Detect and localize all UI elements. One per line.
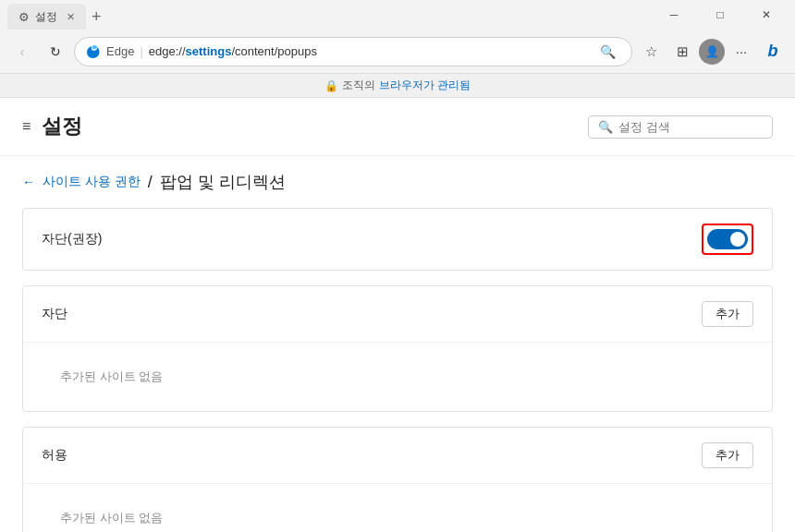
settings-header: ≡ 설정 🔍 [0,98,795,156]
allow-add-button[interactable]: 추가 [702,442,753,468]
block-header-label: 자단 [42,306,702,322]
toolbar-icons: ☆ ⊞ 👤 ··· b [636,37,788,66]
title-bar: ⚙ 설정 ✕ + ─ □ ✕ [0,0,795,30]
block-empty-row: 추가된 사이트 없음 [23,343,772,411]
block-empty-text: 추가된 사이트 없음 [42,357,753,396]
window-controls: ─ □ ✕ [653,0,788,30]
breadcrumb-back-arrow[interactable]: ← [22,175,35,189]
allow-empty-text: 추가된 사이트 없음 [42,499,753,532]
block-recommended-row: 자단(권장) [23,209,772,270]
favorites-button[interactable]: ☆ [636,37,666,66]
toggle-wrapper [702,224,753,255]
managed-link[interactable]: 브라우저가 관리됨 [379,78,471,93]
toggle-track [707,229,748,249]
settings-page: ≡ 설정 🔍 ← 사이트 사용 권한 / 팝업 및 리디렉션 자단(권장) [0,98,795,532]
block-recommended-card: 자단(권장) [22,208,773,271]
block-card: 자단 추가 추가된 사이트 없음 [22,285,773,412]
managed-lock-icon: 🔒 [324,79,338,92]
breadcrumb-current: 팝업 및 리디렉션 [160,171,286,193]
copilot-button[interactable]: b [758,37,788,66]
collections-button[interactable]: ⊞ [667,37,697,66]
block-recommended-label: 자단(권장) [42,231,702,248]
managed-text: 조직의 [342,78,375,93]
close-button[interactable]: ✕ [745,0,788,30]
main-content: ≡ 설정 🔍 ← 사이트 사용 권한 / 팝업 및 리디렉션 자단(권장) [0,98,795,532]
address-edge-text: Edge [106,44,134,58]
address-bar-row: ‹ ↻ Edge | edge://settings/content/popup… [0,30,795,74]
breadcrumb-parent[interactable]: 사이트 사용 권한 [43,174,141,190]
settings-search-icon: 🔍 [598,120,613,134]
minimize-button[interactable]: ─ [653,0,695,30]
active-tab[interactable]: ⚙ 설정 ✕ [7,4,86,30]
edge-logo-icon [86,44,101,59]
allow-empty-row: 추가된 사이트 없음 [23,484,772,532]
content-area: 자단(권장) 자단 추가 추가된 [0,200,795,532]
settings-search-box[interactable]: 🔍 [588,115,773,139]
address-url: edge://settings/content/popups [149,44,589,58]
block-recommended-toggle[interactable] [707,229,748,249]
address-divider: | [140,44,142,58]
allow-header-label: 허용 [42,447,702,464]
back-button[interactable]: ‹ [7,37,37,66]
new-tab-button[interactable]: + [86,4,107,30]
breadcrumb-separator: / [148,173,153,192]
settings-search-input[interactable] [618,120,763,134]
profile-icon: 👤 [705,45,719,58]
address-url-bold: settings [186,44,232,58]
settings-title: 설정 [42,113,82,140]
block-add-button[interactable]: 추가 [702,301,753,327]
block-header-row: 자단 추가 [23,286,772,343]
managed-banner: 🔒 조직의 브라우저가 관리됨 [0,74,795,98]
profile-avatar[interactable]: 👤 [699,39,725,65]
allow-card: 허용 추가 추가된 사이트 없음 [22,427,773,532]
maximize-button[interactable]: □ [699,0,741,30]
address-search-icon-btn[interactable]: 🔍 [594,39,620,65]
address-bar[interactable]: Edge | edge://settings/content/popups 🔍 [74,37,632,66]
settings-title-area: ≡ 설정 [22,113,82,140]
allow-header-row: 허용 추가 [23,428,772,484]
tab-label: 설정 [35,9,57,25]
more-button[interactable]: ··· [727,37,756,66]
breadcrumb-area: ← 사이트 사용 권한 / 팝업 및 리디렉션 [0,156,795,200]
tab-area: ⚙ 설정 ✕ + [7,0,645,30]
address-url-suffix: /content/popups [231,44,317,58]
hamburger-icon[interactable]: ≡ [22,118,31,135]
toggle-thumb [730,232,745,247]
tab-close-button[interactable]: ✕ [67,11,75,23]
refresh-button[interactable]: ↻ [41,37,70,66]
tab-settings-icon: ⚙ [18,10,30,24]
